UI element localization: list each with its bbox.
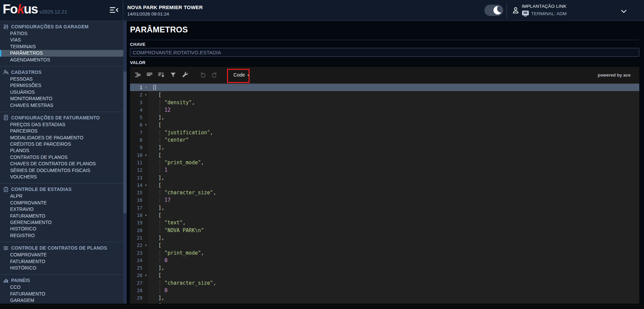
code-line[interactable]: 11 │ "print_mode", <box>130 159 639 166</box>
code-line[interactable]: 8 │ "center" <box>130 136 639 144</box>
sidebar-item-cco[interactable]: CCO <box>0 284 123 290</box>
code-line[interactable]: 2▾ [ <box>130 91 639 99</box>
line-gutter: 24 <box>130 257 148 264</box>
sidebar-item-modalidades-de-pagamento[interactable]: MODALIDADES DE PAGAMENTO <box>0 135 123 141</box>
redo-icon[interactable] <box>211 71 220 79</box>
code-line[interactable]: 10▾ [ <box>130 151 639 159</box>
line-gutter: 26▾ <box>130 272 148 279</box>
sidebar-item-monitoramento[interactable]: MONITORAMENTO <box>0 95 123 102</box>
sidebar-scrollbar[interactable] <box>123 21 127 309</box>
line-number: 28 <box>130 287 143 294</box>
sidebar-item-planos[interactable]: PLANOS <box>0 147 123 154</box>
sidebar-item-vias[interactable]: VIAS <box>0 37 123 43</box>
sidebar-item-parceiros[interactable]: PARCEIROS <box>0 128 123 134</box>
code-line[interactable]: 26▾ [ <box>130 272 639 279</box>
code-line[interactable]: 15 │ "character_size", <box>130 189 639 196</box>
line-content: [ <box>148 91 639 99</box>
sidebar-item-precos-das-estadias[interactable]: PREÇOS DAS ESTADIAS <box>0 121 123 128</box>
code-line[interactable]: 18▾ [ <box>130 212 639 219</box>
filter-icon[interactable] <box>169 71 178 79</box>
code-line[interactable]: 7 │ "justification", <box>130 129 639 136</box>
sidebar-item-series-de-documentos-fiscais[interactable]: SÉRIES DE DOCUMENTOS FISCAIS <box>0 167 123 174</box>
sidebar-item-pessoas[interactable]: PESSOAS <box>0 76 123 82</box>
code-line[interactable]: 19 │ "text", <box>130 219 639 226</box>
sidebar-item-contratos-de-planos[interactable]: CONTRATOS DE PLANOS <box>0 154 123 161</box>
sidebar-item-registro[interactable]: REGISTRO <box>0 232 123 239</box>
code-line[interactable]: 13 ], <box>130 174 639 181</box>
code-line[interactable]: 1▾[ <box>130 84 639 91</box>
line-content: [ <box>148 151 639 159</box>
fold-arrow-icon <box>143 114 148 121</box>
chave-input[interactable] <box>130 48 639 57</box>
line-content: ], <box>148 264 639 272</box>
sidebar-item-patios[interactable]: PÁTIOS <box>0 30 123 37</box>
code-line[interactable]: 21 ], <box>130 234 639 242</box>
line-number: 29 <box>130 294 143 302</box>
format-icon[interactable] <box>134 71 143 79</box>
fold-arrow-icon <box>143 234 148 242</box>
sidebar-item-extravio[interactable]: EXTRAVIO <box>0 206 123 213</box>
sidebar-item-agendamentos[interactable]: AGENDAMENTOS <box>0 57 123 63</box>
code-line[interactable]: 6▾ [ <box>130 121 639 129</box>
compact-icon[interactable] <box>146 71 155 79</box>
code-line[interactable]: 12 │ 1 <box>130 166 639 174</box>
sidebar-item-chaves-mestras[interactable]: CHAVES MESTRAS <box>0 102 123 109</box>
line-number: 6 <box>130 121 143 129</box>
chevron-down-icon[interactable] <box>621 8 626 12</box>
sidebar-item-usuarios[interactable]: USUÁRIOS <box>0 89 123 95</box>
caret-down-icon: ▾ <box>248 73 249 77</box>
sidebar-item-comprovante[interactable]: COMPROVANTE <box>0 252 123 258</box>
sidebar-item-terminais[interactable]: TERMINAIS <box>0 44 123 50</box>
sidebar-item-faturamento[interactable]: FATURAMENTO <box>0 258 123 265</box>
sidebar-item-vouchers[interactable]: VOUCHERS <box>0 174 123 180</box>
sort-icon[interactable] <box>158 71 166 79</box>
sidebar-item-creditos-de-parceiros[interactable]: CRÉDITOS DE PARCEIROS <box>0 141 123 147</box>
line-content: │ "NOVA PARK\n" <box>148 227 639 234</box>
line-number: 17 <box>130 204 143 212</box>
line-number: 24 <box>130 257 143 264</box>
code-line[interactable]: 14▾ [ <box>130 181 639 189</box>
code-line[interactable]: 4 │ 12 <box>130 106 639 114</box>
code-line[interactable]: 16 │ 17 <box>130 196 639 204</box>
sidebar-item-garagem[interactable]: GARAGEM <box>0 297 123 304</box>
sidebar-item-faturamento[interactable]: FATURAMENTO <box>0 213 123 219</box>
code-line[interactable]: 5 ], <box>130 114 639 121</box>
line-content: │ 1 <box>148 166 639 174</box>
sidebar-item-chaves-de-contratos-de-planos[interactable]: CHAVES DE CONTRATOS DE PLANOS <box>0 161 123 167</box>
code-line[interactable]: 23 │ "print_mode", <box>130 249 639 257</box>
sidebar-item-historico[interactable]: HISTÓRICO <box>0 226 123 232</box>
code-line[interactable]: 25 ], <box>130 264 639 272</box>
repair-icon[interactable] <box>181 71 190 79</box>
code-line[interactable]: 9 ], <box>130 144 639 151</box>
sidebar-item-comprovante[interactable]: COMPROVANTE <box>0 200 123 206</box>
line-content: │ 0 <box>148 257 639 264</box>
code-line[interactable]: 24 │ 0 <box>130 257 639 264</box>
line-number: 4 <box>130 106 143 114</box>
undo-icon[interactable] <box>199 71 208 79</box>
sidebar-item-alpr[interactable]: ALPR <box>0 193 123 199</box>
code-line[interactable]: 22▾ [ <box>130 242 639 249</box>
code-line[interactable]: 29 ], <box>130 294 639 302</box>
mode-dropdown[interactable]: Code ▾ <box>233 72 249 78</box>
dark-mode-toggle[interactable] <box>484 5 503 16</box>
fold-arrow-icon <box>143 279 148 287</box>
sidebar-item-faturamento[interactable]: FATURAMENTO <box>0 291 123 297</box>
fold-arrow-icon <box>143 106 148 114</box>
code-line[interactable]: 28 │ 0 <box>130 287 639 294</box>
code-line[interactable]: 3 │ "density", <box>130 99 639 106</box>
line-number: 5 <box>130 114 143 121</box>
sidebar-item-gerenciamento[interactable]: GERENCIAMENTO <box>0 219 123 226</box>
code-line[interactable]: 20 │ "NOVA PARK\n" <box>130 227 639 234</box>
sidebar-scrollbar-thumb[interactable] <box>123 72 127 213</box>
code-editor[interactable]: 1▾[2▾ [3 │ "density",4 │ 125 ],6▾ [7 │ "… <box>130 83 639 308</box>
code-line[interactable]: 27 │ "character_size", <box>130 279 639 287</box>
fold-arrow-icon: ▾ <box>143 91 148 99</box>
sidebar-collapse-icon[interactable] <box>109 7 119 14</box>
code-line[interactable]: 17 ], <box>130 204 639 212</box>
bar-chart-icon <box>3 278 9 283</box>
line-number: 2 <box>130 91 143 99</box>
line-gutter: 25 <box>130 264 148 272</box>
sidebar-item-permissoes[interactable]: PERMISSÕES <box>0 82 123 89</box>
sidebar-item-parametros[interactable]: PARÂMETROS <box>0 50 123 56</box>
sidebar-item-historico[interactable]: HISTÓRICO <box>0 265 123 271</box>
